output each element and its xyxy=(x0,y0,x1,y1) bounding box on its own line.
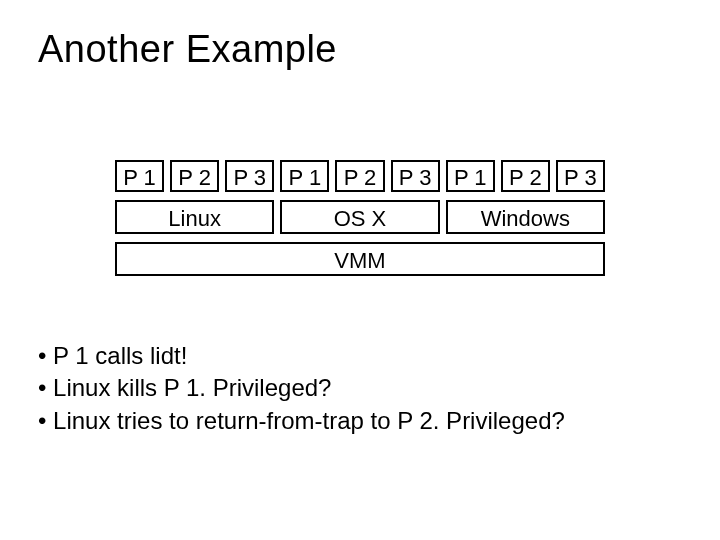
process-box: P 3 xyxy=(556,160,605,192)
os-box-windows: Windows xyxy=(446,200,605,234)
process-box: P 3 xyxy=(225,160,274,192)
process-box: P 2 xyxy=(170,160,219,192)
process-box: P 2 xyxy=(335,160,384,192)
vmm-diagram: P 1 P 2 P 3 P 1 P 2 P 3 P 1 P 2 P 3 Linu… xyxy=(115,160,605,276)
slide: Another Example P 1 P 2 P 3 P 1 P 2 P 3 … xyxy=(0,0,720,540)
bullet-item: • Linux kills P 1. Privileged? xyxy=(38,372,565,404)
vmm-row: VMM xyxy=(115,242,605,276)
slide-title: Another Example xyxy=(38,28,337,71)
process-box: P 1 xyxy=(280,160,329,192)
process-box: P 3 xyxy=(391,160,440,192)
os-row: Linux OS X Windows xyxy=(115,200,605,234)
vmm-box: VMM xyxy=(115,242,605,276)
os-box-osx: OS X xyxy=(280,200,439,234)
bullet-item: • P 1 calls lidt! xyxy=(38,340,565,372)
process-box: P 2 xyxy=(501,160,550,192)
bullet-list: • P 1 calls lidt! • Linux kills P 1. Pri… xyxy=(38,340,565,437)
process-box: P 1 xyxy=(446,160,495,192)
process-row: P 1 P 2 P 3 P 1 P 2 P 3 P 1 P 2 P 3 xyxy=(115,160,605,192)
os-box-linux: Linux xyxy=(115,200,274,234)
bullet-item: • Linux tries to return-from-trap to P 2… xyxy=(38,405,565,437)
process-box: P 1 xyxy=(115,160,164,192)
